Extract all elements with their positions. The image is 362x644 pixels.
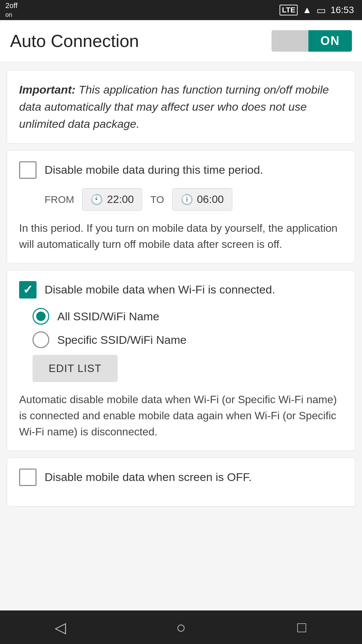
notice-text: Important: This application has function… <box>19 81 343 132</box>
radio-group: All SSID/WiFi Name Specific SSID/WiFi Na… <box>33 308 343 348</box>
from-time-button[interactable]: 🕙 22:00 <box>82 188 142 211</box>
back-button[interactable] <box>47 614 74 641</box>
period-description: In this period. If you turn on mobile da… <box>19 220 343 252</box>
to-time-button[interactable]: 🕕 06:00 <box>172 188 232 211</box>
status-bar: 2offon LTE ▲ ▭ 16:53 <box>0 0 362 20</box>
all-ssid-label: All SSID/WiFi Name <box>57 310 159 323</box>
toggle-on-label: ON <box>308 30 352 52</box>
specific-ssid-row: Specific SSID/WiFi Name <box>33 331 343 348</box>
main-content: Important: This application has function… <box>0 62 362 515</box>
status-bar-left: 2offon <box>5 0 17 20</box>
specific-ssid-radio[interactable] <box>33 331 49 348</box>
important-notice-card: Important: This application has function… <box>7 70 355 144</box>
page-title: Auto Connection <box>10 31 139 51</box>
recents-button[interactable] <box>288 614 315 641</box>
app-header: Auto Connection ON <box>0 20 362 62</box>
signal-icon: ▲ <box>302 5 312 15</box>
screen-off-checkbox[interactable] <box>19 469 37 486</box>
screen-off-checkbox-row: Disable mobile data when screen is OFF. <box>19 469 343 486</box>
time-period-label: Disable mobile data during this time per… <box>45 162 263 178</box>
from-label: FROM <box>45 194 74 205</box>
time-period-checkbox[interactable] <box>19 161 37 179</box>
all-ssid-row: All SSID/WiFi Name <box>33 308 343 325</box>
toggle-off-part <box>272 30 308 52</box>
specific-ssid-label: Specific SSID/WiFi Name <box>57 333 186 346</box>
from-time-value: 22:00 <box>107 193 134 206</box>
time-period-checkbox-row: Disable mobile data during this time per… <box>19 161 343 179</box>
to-label: TO <box>150 194 164 205</box>
wifi-card: Disable mobile data when Wi-Fi is connec… <box>7 270 355 451</box>
edit-list-button[interactable]: EDIT LIST <box>33 355 118 382</box>
home-button[interactable] <box>168 614 194 641</box>
wifi-checkbox-label: Disable mobile data when Wi-Fi is connec… <box>45 282 275 298</box>
status-right: LTE ▲ ▭ 16:53 <box>280 4 354 16</box>
all-ssid-radio[interactable] <box>33 308 49 325</box>
screen-off-card: Disable mobile data when screen is OFF. <box>7 458 355 506</box>
bottom-nav <box>0 610 362 644</box>
battery-icon: ▭ <box>316 4 326 16</box>
screen-off-label: Disable mobile data when screen is OFF. <box>45 469 252 485</box>
wifi-description: Automatic disable mobile data when Wi-Fi… <box>19 391 343 440</box>
status-time: 16:53 <box>330 5 354 15</box>
app-status-icon: 2offon <box>5 1 17 19</box>
time-period-card: Disable mobile data during this time per… <box>7 150 355 263</box>
time-row: FROM 🕙 22:00 TO 🕕 06:00 <box>45 188 343 211</box>
to-clock-icon: 🕕 <box>181 194 193 205</box>
auto-connection-toggle[interactable]: ON <box>272 30 352 52</box>
to-time-value: 06:00 <box>197 193 224 206</box>
wifi-checkbox-row: Disable mobile data when Wi-Fi is connec… <box>19 281 343 299</box>
wifi-checkbox[interactable] <box>19 281 37 299</box>
from-clock-icon: 🕙 <box>90 194 103 205</box>
lte-badge: LTE <box>280 5 298 15</box>
